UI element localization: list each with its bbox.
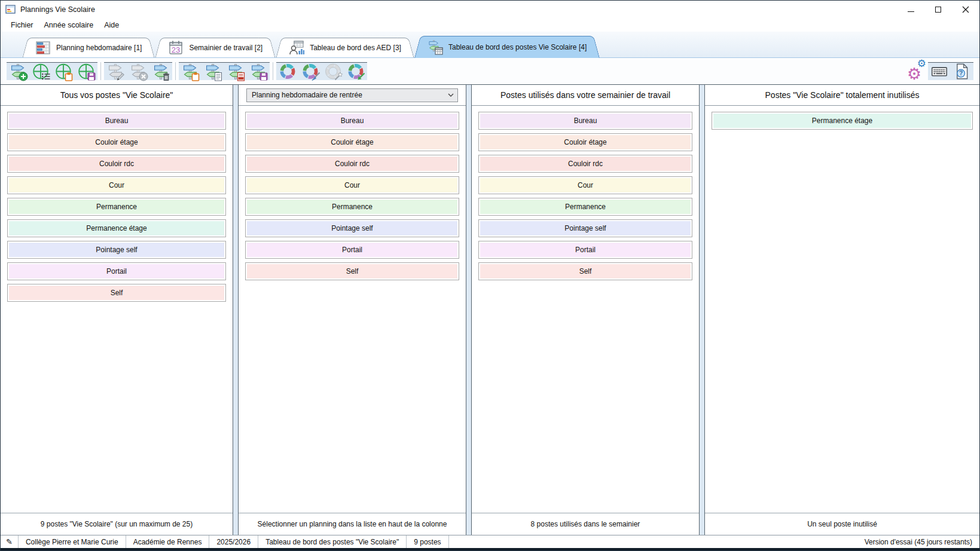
post-item[interactable]: Cour [478, 176, 692, 194]
clipboard-badge-icon [191, 72, 200, 81]
post-item[interactable]: Pointage self [478, 219, 692, 237]
add-post-from-list-button[interactable] [29, 60, 52, 82]
add-post-button[interactable] [7, 60, 29, 82]
post-item[interactable]: Pointage self [245, 219, 459, 237]
column-header: Tous vos postes "Vie Scolaire" [1, 85, 233, 106]
planning-select[interactable]: Planning hebdomadaire de rentrée [246, 88, 458, 102]
window-title: Plannings Vie Scolaire [20, 5, 95, 14]
status-academy: Académie de Rennes [126, 535, 210, 548]
export-pdf-button[interactable] [224, 60, 247, 82]
post-item[interactable]: Permanence [478, 198, 692, 216]
close-button[interactable] [952, 1, 979, 19]
toolbar-separator [100, 62, 101, 80]
column-footer: Sélectionner un planning dans la liste e… [239, 513, 466, 535]
tab-strip: Planning hebdomadaire [1] 23 Semainier d… [1, 32, 979, 58]
keyboard-shortcuts-button[interactable] [928, 60, 951, 82]
cancel-post-button[interactable] [127, 60, 149, 82]
post-item[interactable]: Bureau [245, 112, 459, 130]
minimize-button[interactable] [897, 1, 924, 19]
post-list: Bureau Couloir étage Couloir rdc Cour Pe… [472, 106, 699, 513]
help-button[interactable]: ? [951, 60, 973, 82]
apply-distribution-button[interactable] [344, 60, 367, 82]
post-item[interactable]: Portail [478, 241, 692, 259]
calendar-icon: 23 [168, 40, 184, 56]
post-list: Bureau Couloir étage Couloir rdc Cour Pe… [239, 106, 466, 513]
column-header: Postes "Vie Scolaire" totalement inutili… [705, 85, 979, 106]
signpost-table-icon [428, 39, 443, 55]
post-item[interactable]: Cour [7, 176, 226, 194]
svg-text:23: 23 [172, 45, 180, 54]
planning-grid-icon [35, 40, 51, 56]
print-posts-button[interactable] [202, 60, 224, 82]
svg-text:?: ? [959, 70, 963, 76]
post-item[interactable]: Permanence [7, 198, 226, 216]
post-item[interactable]: Couloir rdc [478, 155, 692, 173]
keyboard-icon [928, 62, 951, 80]
brush-badge-icon [311, 72, 320, 81]
clipboard-badge-icon [64, 72, 74, 81]
x-badge-icon [139, 72, 148, 81]
main-area: Tous vos postes "Vie Scolaire" Bureau Co… [1, 84, 979, 535]
maximize-button[interactable] [924, 1, 952, 19]
post-item[interactable]: Couloir étage [478, 133, 692, 151]
edit-post-button[interactable] [104, 60, 127, 82]
tab-label: Tableau de bord des AED [3] [310, 44, 401, 52]
post-list: Bureau Couloir étage Couloir rdc Cour Pe… [1, 106, 233, 513]
trash-badge-icon [161, 72, 171, 81]
tab-label: Tableau de bord des postes Vie Scolaire … [448, 43, 587, 51]
toolbar-separator [273, 62, 273, 80]
status-filler [449, 535, 857, 548]
tab-semainier-de-travail[interactable]: 23 Semainier de travail [2] [164, 38, 266, 57]
settings-button[interactable]: ⚙ ⚙ [905, 60, 928, 82]
post-item[interactable]: Self [478, 262, 692, 280]
post-item[interactable]: Couloir étage [7, 133, 226, 151]
post-item[interactable]: Self [245, 262, 459, 280]
post-item[interactable]: Couloir rdc [7, 155, 226, 173]
menu-fichier[interactable]: Fichier [5, 20, 39, 30]
menu-aide[interactable]: Aide [99, 20, 124, 30]
post-item[interactable]: Pointage self [7, 241, 226, 259]
add-post-from-clipboard-button[interactable] [52, 60, 75, 82]
gear-icon: ⚙ [917, 59, 926, 69]
post-item[interactable]: Bureau [478, 112, 692, 130]
document-badge-icon [213, 72, 223, 81]
post-item[interactable]: Bureau [7, 112, 226, 130]
maximize-icon [935, 7, 941, 13]
column-selected-planning: Planning hebdomadaire de rentrée Bureau … [238, 85, 466, 535]
post-item[interactable]: Permanence [245, 198, 459, 216]
menu-annee-scolaire[interactable]: Année scolaire [39, 20, 99, 30]
auto-fill-chart-button[interactable] [322, 60, 344, 82]
status-edit-cell: ✎ [1, 535, 19, 548]
pencil-icon: ✎ [6, 537, 13, 546]
planning-select-value: Planning hebdomadaire de rentrée [252, 91, 362, 99]
pdf-badge-icon [236, 72, 246, 81]
tab-label: Planning hebdomadaire [1] [56, 44, 142, 52]
column-used-posts: Postes utilisés dans votre semainier de … [471, 85, 700, 535]
tab-tableau-de-bord-aed[interactable]: Tableau de bord des AED [3] [285, 38, 405, 57]
plus-badge-icon [19, 72, 28, 81]
post-item[interactable]: Permanence étage [7, 219, 226, 237]
post-item[interactable]: Cour [245, 176, 459, 194]
column-footer: 8 postes utilisés dans le semainier [472, 513, 699, 535]
post-item[interactable]: Portail [7, 262, 226, 280]
post-item[interactable]: Couloir étage [245, 133, 459, 151]
post-item[interactable]: Portail [245, 241, 459, 259]
pencil-badge-icon [116, 72, 126, 81]
tab-label: Semainier de travail [2] [189, 44, 262, 52]
window-bottom-edge [1, 548, 979, 550]
tab-tableau-de-bord-postes[interactable]: Tableau de bord des postes Vie Scolaire … [424, 36, 590, 58]
column-header: Postes utilisés dans votre semainier de … [472, 85, 699, 106]
add-post-from-file-button[interactable] [75, 60, 97, 82]
tab-planning-hebdomadaire[interactable]: Planning hebdomadaire [1] [32, 38, 145, 57]
distribution-chart-button[interactable] [276, 60, 299, 82]
edit-colors-button[interactable] [299, 60, 322, 82]
post-item[interactable]: Couloir rdc [245, 155, 459, 173]
toolbar-separator [175, 62, 176, 80]
status-view: Tableau de bord des postes "Vie Scolaire… [258, 535, 407, 548]
minimize-icon [908, 11, 914, 12]
copy-posts-button[interactable] [179, 60, 202, 82]
delete-post-button[interactable] [149, 60, 172, 82]
post-item[interactable]: Self [7, 284, 226, 302]
save-posts-button[interactable] [247, 60, 270, 82]
post-item[interactable]: Permanence étage [712, 112, 973, 130]
